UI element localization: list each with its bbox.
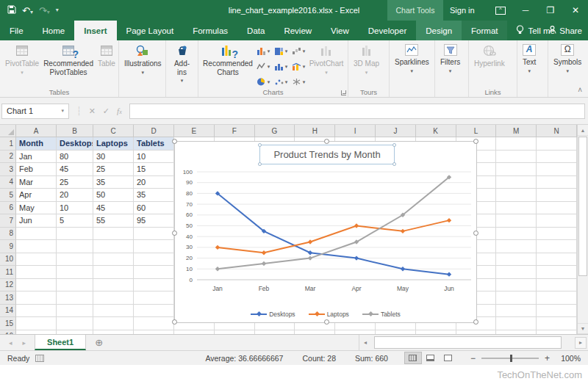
row-header-12[interactable]: 12 <box>0 279 16 292</box>
insert-hierarchy-chart-icon[interactable]: ▾ <box>272 43 290 59</box>
cell-c10[interactable] <box>93 253 134 267</box>
cell-d10[interactable] <box>134 253 174 267</box>
column-header-j[interactable]: J <box>376 125 416 137</box>
zoom-slider[interactable] <box>481 358 539 359</box>
cell-b9[interactable] <box>57 240 93 253</box>
filters-button[interactable]: Filters▾ <box>438 43 462 76</box>
cell-a9[interactable] <box>16 240 57 253</box>
cell-c7[interactable]: 55 <box>93 214 134 228</box>
minimize-icon[interactable]: ─ <box>513 0 538 21</box>
cell-d8[interactable] <box>134 228 174 241</box>
chart-object[interactable]: Product Trends by Month 0102030405060708… <box>174 141 477 323</box>
insert-radar-chart-icon[interactable]: ▾ <box>290 74 307 90</box>
scroll-up-icon[interactable]: ▲ <box>578 125 588 136</box>
title-handle[interactable] <box>392 143 396 147</box>
share-button[interactable]: Share <box>548 21 582 40</box>
line-chart-plot[interactable]: 0102030405060708090100JanFebMarAprMayJun <box>175 142 476 322</box>
zoom-slider-thumb[interactable] <box>510 355 512 362</box>
cell-d7[interactable]: 95 <box>134 214 174 228</box>
chart-resize-handle[interactable] <box>172 139 177 144</box>
chart-resize-handle[interactable] <box>324 319 329 325</box>
tab-data[interactable]: Data <box>237 21 274 40</box>
row-header-1[interactable]: 1 <box>0 137 16 151</box>
cell-b8[interactable] <box>57 228 93 241</box>
cell-a5[interactable]: Apr <box>16 189 57 202</box>
cell-b7[interactable]: 5 <box>57 214 93 228</box>
cell-d6[interactable]: 60 <box>134 202 174 215</box>
legend-desktops[interactable]: Desktops <box>251 311 295 318</box>
cell-n15[interactable] <box>537 317 577 330</box>
row-header-13[interactable]: 13 <box>0 291 16 305</box>
cell-c1[interactable]: Laptops <box>93 137 134 151</box>
cell-m10[interactable] <box>496 253 537 267</box>
cell-n14[interactable] <box>537 305 577 318</box>
cell-d1[interactable]: Tablets <box>134 137 174 151</box>
row-header-10[interactable]: 10 <box>0 253 16 267</box>
row-header-3[interactable]: 3 <box>0 163 16 176</box>
cell-b2[interactable]: 80 <box>57 151 93 164</box>
cell-n4[interactable] <box>537 176 577 189</box>
cell-c12[interactable] <box>93 279 134 292</box>
normal-view-icon[interactable] <box>404 352 422 364</box>
row-header-5[interactable]: 5 <box>0 189 16 202</box>
tab-format[interactable]: Format <box>462 21 507 40</box>
pivottable-button[interactable]: PivotTable▾ <box>3 43 41 77</box>
insert-statistic-chart-icon[interactable]: ▾ <box>272 59 290 74</box>
cell-b14[interactable] <box>57 305 93 318</box>
cell-c13[interactable] <box>93 291 134 305</box>
cell-n3[interactable] <box>537 163 577 176</box>
cell-d4[interactable]: 20 <box>134 176 174 189</box>
cell-a4[interactable]: Mar <box>16 176 57 189</box>
cell-a13[interactable] <box>16 291 57 305</box>
addins-button[interactable]: Add-ins▾ <box>169 43 195 85</box>
cell-n12[interactable] <box>537 279 577 292</box>
chart-resize-handle[interactable] <box>473 319 478 325</box>
column-header-i[interactable]: I <box>335 125 376 137</box>
insert-waterfall-chart-icon[interactable]: ▾ <box>290 43 307 59</box>
cell-d3[interactable]: 15 <box>134 163 174 176</box>
cell-c11[interactable] <box>93 266 134 279</box>
cell-a6[interactable]: May <box>16 202 57 215</box>
cell-b5[interactable]: 20 <box>57 189 93 202</box>
cell-a8[interactable] <box>16 228 57 241</box>
cell-n11[interactable] <box>537 266 577 279</box>
row-header-2[interactable]: 2 <box>0 151 16 164</box>
insert-combo-chart-icon[interactable]: ▾ <box>290 59 307 74</box>
legend-tablets[interactable]: Tablets <box>362 311 401 318</box>
title-handle[interactable] <box>258 162 262 166</box>
cell-n2[interactable] <box>537 151 577 164</box>
scroll-down-icon[interactable]: ▼ <box>578 323 588 334</box>
cell-a3[interactable]: Feb <box>16 163 57 176</box>
cell-b11[interactable] <box>57 266 93 279</box>
cell-n13[interactable] <box>537 291 577 305</box>
column-header-d[interactable]: D <box>134 125 174 137</box>
ribbon-display-options-icon[interactable]: ^ <box>488 0 513 21</box>
tab-home[interactable]: Home <box>33 21 75 40</box>
cell-d13[interactable] <box>134 291 174 305</box>
column-header-l[interactable]: L <box>456 125 497 137</box>
column-header-f[interactable]: F <box>215 125 255 137</box>
cell-n1[interactable] <box>537 137 577 151</box>
cell-n6[interactable] <box>537 202 577 215</box>
chart-resize-handle[interactable] <box>473 139 478 144</box>
page-break-view-icon[interactable] <box>440 352 457 364</box>
cell-c2[interactable]: 30 <box>93 151 134 164</box>
row-header-6[interactable]: 6 <box>0 202 16 215</box>
cell-m3[interactable] <box>496 163 537 176</box>
cell-c8[interactable] <box>93 228 134 241</box>
insert-column-chart-icon[interactable]: ▾ <box>254 43 272 59</box>
column-header-c[interactable]: C <box>93 125 134 137</box>
cell-c3[interactable]: 25 <box>93 163 134 176</box>
horizontal-scrollbar[interactable]: ◂ ▸ <box>359 335 588 350</box>
cell-b10[interactable] <box>57 253 93 267</box>
vertical-scroll-thumb[interactable] <box>578 137 587 276</box>
chart-resize-handle[interactable] <box>172 319 177 325</box>
cell-d15[interactable] <box>134 317 174 330</box>
row-header-15[interactable]: 15 <box>0 317 16 330</box>
cell-n8[interactable] <box>537 228 577 241</box>
cell-d9[interactable] <box>134 240 174 253</box>
column-header-g[interactable]: G <box>255 125 295 137</box>
tab-insert[interactable]: Insert <box>74 21 116 40</box>
cell-n9[interactable] <box>537 240 577 253</box>
undo-icon[interactable]: ↶▾ <box>22 6 33 15</box>
